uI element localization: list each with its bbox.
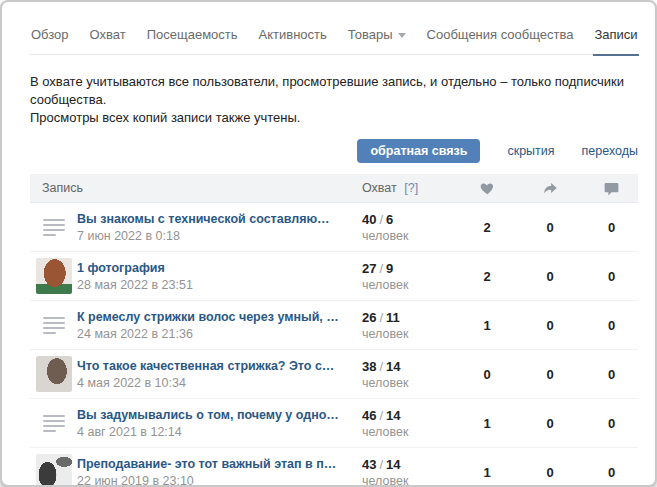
reach-all-value: 43 [362,457,376,472]
reach-description-line2: Просмотры всех копий записи также учтены… [30,109,638,127]
comments-count: 0 [581,465,642,480]
reach-unit-label: человек [362,278,455,292]
reach-slash: / [379,457,383,472]
comments-count: 0 [581,269,642,284]
likes-column-header [455,181,519,196]
reach-slash: / [379,261,383,276]
likes-count: 1 [455,416,519,431]
table-row[interactable]: Вы знакомы с технической составляю… 7 ию… [30,203,638,252]
chevron-down-icon [398,33,406,38]
post-title-link[interactable]: Преподавание- это тот важный этап в п… [77,457,362,471]
reach-unit-label: человек [362,474,455,487]
reach-subscribers-value: 14 [386,359,400,374]
table-row[interactable]: 1 фотография 28 мая 2022 в 23:51 27/9 че… [30,252,638,301]
table-row[interactable]: Преподавание- это тот важный этап в п… 2… [30,448,638,487]
tab-goods[interactable]: Товары [347,23,407,54]
feedback-filter-button[interactable]: обратная связь [357,139,480,163]
likes-count: 2 [455,269,519,284]
likes-count: 1 [455,318,519,333]
post-title-link[interactable]: Вы задумывались о том, почему у одно… [77,408,362,422]
tab-community-messages[interactable]: Сообщения сообщества [426,23,575,54]
shares-count: 0 [519,220,581,235]
reach-subscribers-value: 6 [386,212,393,227]
posts-table-header: Запись Охват [?] [30,174,638,203]
post-thumbnail [36,356,72,392]
likes-count: 0 [455,367,519,382]
text-post-icon [43,219,65,236]
reach-slash: / [379,310,383,325]
post-title-link[interactable]: Что такое качественная стрижка? Это с… [77,359,362,373]
likes-count: 2 [455,220,519,235]
reach-unit-label: человек [362,327,455,341]
reach-all-value: 46 [362,408,376,423]
reach-all-value: 27 [362,261,376,276]
shares-count: 0 [519,465,581,480]
reach-description-line1: В охвате учитываются все пользователи, п… [30,73,638,109]
reach-subscribers-value: 9 [386,261,393,276]
table-row[interactable]: Вы задумывались о том, почему у одно… 4 … [30,399,638,448]
post-title-link[interactable]: Вы знакомы с технической составляю… [77,212,362,226]
shares-count: 0 [519,269,581,284]
reach-slash: / [379,408,383,423]
stats-tab-bar: Обзор Охват Посещаемость Активность Това… [30,2,638,55]
table-row[interactable]: Что такое качественная стрижка? Это с… 4… [30,350,638,399]
post-title-link[interactable]: К ремеслу стрижки волос через умный, … [77,310,362,324]
reach-unit-label: человек [362,229,455,243]
tab-goods-label: Товары [348,27,393,42]
tab-reach[interactable]: Охват [89,23,127,54]
shares-count: 0 [519,416,581,431]
reach-unit-label: человек [362,376,455,390]
shares-count: 0 [519,367,581,382]
reach-subscribers-value: 11 [386,310,400,325]
tab-visits[interactable]: Посещаемость [146,23,239,54]
shares-count: 0 [519,318,581,333]
filter-bar: обратная связь скрытия переходы [30,139,638,163]
post-column-header: Запись [30,181,362,195]
post-date: 28 мая 2022 в 23:51 [77,278,362,292]
post-date: 7 июн 2022 в 0:18 [77,229,362,243]
comments-column-header [581,181,642,196]
likes-count: 1 [455,465,519,480]
post-date: 24 мая 2022 в 21:36 [77,327,362,341]
comment-icon [604,181,619,196]
post-date: 4 мая 2022 в 10:34 [77,376,362,390]
clicks-filter-button[interactable]: переходы [582,144,638,158]
comments-count: 0 [581,318,642,333]
reach-description: В охвате учитываются все пользователи, п… [30,73,638,127]
post-thumbnail [36,258,72,294]
tab-activity[interactable]: Активность [258,23,328,54]
post-date: 22 июн 2019 в 23:10 [77,474,362,487]
reach-all-value: 26 [362,310,376,325]
reach-all-value: 38 [362,359,376,374]
reach-subscribers-value: 14 [386,408,400,423]
text-post-icon [43,415,65,432]
comments-count: 0 [581,367,642,382]
tab-overview[interactable]: Обзор [30,23,70,54]
reach-slash: / [379,212,383,227]
reach-subscribers-value: 14 [386,457,400,472]
reach-unit-label: человек [362,425,455,439]
share-icon [543,181,558,196]
post-date: 4 авг 2021 в 12:14 [77,425,362,439]
reach-help-link[interactable]: [?] [404,181,418,195]
hides-filter-button[interactable]: скрытия [507,144,554,158]
post-thumbnail [36,454,72,487]
text-post-icon [43,317,65,334]
reach-all-value: 40 [362,212,376,227]
tab-posts[interactable]: Записи [593,23,638,56]
table-row[interactable]: К ремеслу стрижки волос через умный, … 2… [30,301,638,350]
stats-window: Обзор Охват Посещаемость Активность Това… [0,0,657,487]
comments-count: 0 [581,220,642,235]
comments-count: 0 [581,416,642,431]
shares-column-header [519,181,581,196]
posts-table: Запись Охват [?] Вы знако [30,174,638,487]
post-title-link[interactable]: 1 фотография [77,261,362,275]
reach-slash: / [379,359,383,374]
reach-column-header: Охват [362,181,397,195]
like-icon [480,181,495,196]
